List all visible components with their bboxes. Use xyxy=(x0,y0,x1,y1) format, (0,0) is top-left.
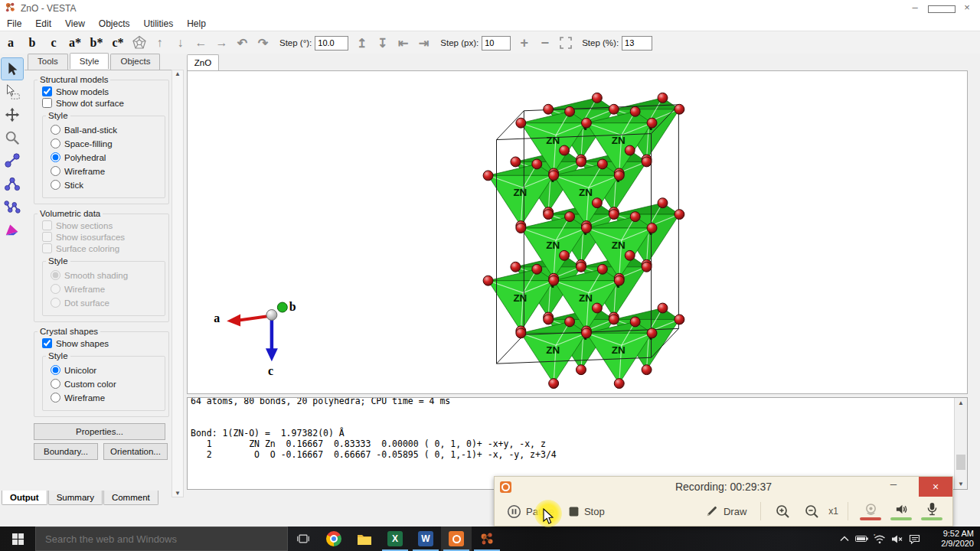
distance-tool-icon[interactable] xyxy=(2,150,23,171)
rotate-right-icon[interactable]: → xyxy=(211,36,232,50)
tab-output[interactable]: Output xyxy=(2,491,47,505)
oxygen-atom[interactable] xyxy=(565,212,575,222)
rotate-up-icon[interactable]: ↑ xyxy=(149,36,170,50)
radio-unicolor[interactable]: Unicolor xyxy=(51,365,162,375)
oxygen-atom[interactable] xyxy=(592,93,602,103)
scroll-thumb[interactable] xyxy=(956,455,965,470)
oxygen-atom[interactable] xyxy=(630,212,640,222)
battery-icon[interactable] xyxy=(853,527,871,551)
oxygen-atom[interactable] xyxy=(642,157,652,167)
menu-utilities[interactable]: Utilities xyxy=(137,18,181,29)
recorder-zoom-out-icon[interactable] xyxy=(799,504,824,519)
fit-view-icon[interactable] xyxy=(555,36,576,51)
axis-a-button[interactable]: a xyxy=(0,36,21,50)
search-input[interactable] xyxy=(36,533,276,546)
oxygen-atom[interactable] xyxy=(560,250,570,260)
close-icon[interactable]: × xyxy=(954,0,980,17)
menu-objects[interactable]: Objects xyxy=(92,18,137,29)
wifi-icon[interactable]: * xyxy=(871,527,888,551)
step-deg-input[interactable] xyxy=(315,36,348,51)
step-pct-input[interactable] xyxy=(622,36,652,51)
angle-tool-icon[interactable] xyxy=(2,173,23,194)
oxygen-atom[interactable] xyxy=(544,315,554,324)
tab-tools[interactable]: Tools xyxy=(28,54,68,70)
oxygen-atom[interactable] xyxy=(549,276,559,285)
radio-ball-and-stick[interactable]: Ball-and-stick xyxy=(51,125,162,135)
output-scrollbar[interactable]: ▲ ▼ xyxy=(954,398,967,489)
start-button[interactable] xyxy=(0,527,35,551)
orientation-tool-icon[interactable] xyxy=(2,219,23,240)
pan-right-icon[interactable]: ⇥ xyxy=(413,36,434,51)
scroll-down-icon[interactable]: ▼ xyxy=(955,481,967,487)
tab-comment[interactable]: Comment xyxy=(103,491,158,505)
tab-style[interactable]: Style xyxy=(70,53,109,69)
menu-file[interactable]: File xyxy=(0,18,28,29)
shift-down-icon[interactable]: ↧ xyxy=(372,36,393,51)
oxygen-atom[interactable] xyxy=(675,315,684,324)
oxygen-atom[interactable] xyxy=(647,328,657,338)
oxygen-atom[interactable] xyxy=(532,159,542,169)
polyhedron-view-icon[interactable] xyxy=(129,35,149,51)
structure-3d-view[interactable]: ZNZNZNZNZNZNZNZNZNZNZNZNZNZNZNZNZNZNZNZN… xyxy=(187,70,968,394)
oxygen-atom[interactable] xyxy=(658,198,668,208)
radio-custom-color[interactable]: Custom color xyxy=(51,379,162,389)
magnify-tool-icon[interactable] xyxy=(2,127,23,148)
radio-wireframe[interactable]: Wireframe xyxy=(51,166,162,176)
oxygen-atom[interactable] xyxy=(577,157,586,167)
oxygen-atom[interactable] xyxy=(625,250,635,260)
oxygen-atom[interactable] xyxy=(581,118,591,128)
oxygen-atom[interactable] xyxy=(549,379,559,389)
dihedral-tool-icon[interactable] xyxy=(2,196,23,217)
oxygen-atom[interactable] xyxy=(630,317,640,327)
tab-objects[interactable]: Objects xyxy=(110,54,160,70)
vesta-taskbar-icon[interactable] xyxy=(472,527,502,551)
menu-view[interactable]: View xyxy=(58,18,92,29)
radio-polyhedral[interactable]: Polyhedral xyxy=(51,152,162,162)
oxygen-atom[interactable] xyxy=(577,262,586,272)
tilt-left-icon[interactable]: ↶ xyxy=(232,36,253,51)
taskbar-clock[interactable]: 9:52 AM 2/9/2020 xyxy=(926,529,974,549)
axis-c-star-button[interactable]: c* xyxy=(107,36,129,50)
translate-tool-icon[interactable] xyxy=(2,104,23,126)
boundary-button[interactable]: Boundary... xyxy=(34,443,98,460)
microphone-toggle[interactable] xyxy=(919,502,945,520)
radio-crystal-wireframe[interactable]: Wireframe xyxy=(51,393,162,403)
oxygen-atom[interactable] xyxy=(516,223,526,233)
task-view-button[interactable] xyxy=(288,527,318,551)
oxygen-atom[interactable] xyxy=(647,118,657,128)
scroll-up-icon[interactable]: ▲ xyxy=(955,399,967,406)
oxygen-atom[interactable] xyxy=(549,171,559,181)
select-tool-icon[interactable] xyxy=(2,58,23,80)
recorder-close-icon[interactable]: × xyxy=(919,477,952,497)
oxygen-atom[interactable] xyxy=(675,210,684,220)
recorder-taskbar-icon[interactable] xyxy=(441,527,472,551)
shift-up-icon[interactable]: ↥ xyxy=(351,36,372,51)
oxygen-atom[interactable] xyxy=(565,317,575,327)
axis-a-star-button[interactable]: a* xyxy=(64,36,86,50)
show-dot-surface-checkbox[interactable]: Show dot surface xyxy=(42,98,165,108)
minimize-icon[interactable]: – xyxy=(902,0,928,17)
menu-help[interactable]: Help xyxy=(180,18,213,29)
oxygen-atom[interactable] xyxy=(630,106,640,116)
oxygen-atom[interactable] xyxy=(516,118,526,128)
oxygen-atom[interactable] xyxy=(614,171,624,181)
pan-left-icon[interactable]: ⇤ xyxy=(393,36,413,51)
axis-b-button[interactable]: b xyxy=(21,36,43,50)
panel-scrollbar[interactable]: ▲▼ xyxy=(172,70,184,497)
axis-c-button[interactable]: c xyxy=(43,36,64,50)
oxygen-atom[interactable] xyxy=(544,104,554,114)
oxygen-atom[interactable] xyxy=(658,93,668,103)
oxygen-atom[interactable] xyxy=(647,223,657,233)
oxygen-atom[interactable] xyxy=(609,210,619,220)
oxygen-atom[interactable] xyxy=(642,262,652,272)
oxygen-atom[interactable] xyxy=(658,303,668,313)
radio-space-filling[interactable]: Space-filling xyxy=(51,139,162,148)
oxygen-atom[interactable] xyxy=(642,365,652,375)
draw-button[interactable]: Draw xyxy=(701,504,751,518)
webcam-toggle[interactable] xyxy=(858,503,884,520)
speaker-toggle[interactable] xyxy=(888,503,914,520)
oxygen-atom[interactable] xyxy=(483,276,493,285)
zoom-in-icon[interactable]: + xyxy=(514,35,534,51)
zoom-out-icon[interactable]: − xyxy=(534,35,555,51)
oxygen-atom[interactable] xyxy=(581,328,591,338)
